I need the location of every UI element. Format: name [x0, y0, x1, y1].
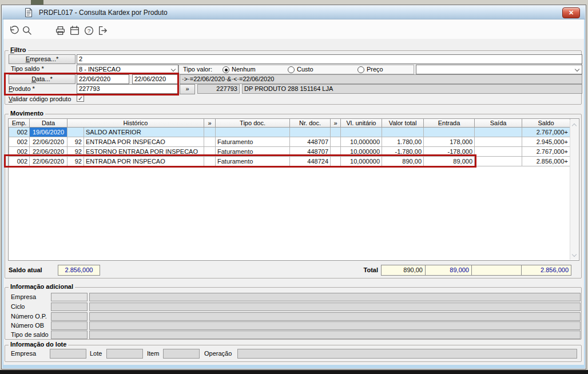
table-row[interactable]: 002 19/06/2020 SALDO ANTERIOR 2.767,000+: [9, 127, 570, 137]
cell-cod[interactable]: 92: [67, 146, 84, 156]
cell-emp[interactable]: 002: [9, 137, 30, 146]
cell-historico[interactable]: ESTORNO ENTRADA POR INSPECAO: [84, 146, 204, 156]
cell-valor-total[interactable]: 890,00: [382, 156, 424, 166]
cell-expand[interactable]: [331, 146, 341, 156]
cell-data[interactable]: 22/06/2020: [30, 156, 67, 166]
help-button[interactable]: ?: [83, 25, 95, 37]
cell-emp[interactable]: 002: [9, 146, 30, 156]
tipo-valor-combo[interactable]: [416, 65, 582, 74]
search-button[interactable]: [21, 25, 33, 37]
empresa-input[interactable]: 2: [77, 54, 582, 64]
cell-tipo-doc[interactable]: Faturamento: [216, 146, 290, 156]
cell-data[interactable]: 22/06/2020: [30, 137, 67, 146]
radio-custo[interactable]: [288, 66, 295, 73]
cell-emp[interactable]: 002: [9, 127, 30, 137]
data-button[interactable]: Data...*: [9, 74, 76, 84]
cell-saida[interactable]: [475, 146, 522, 156]
titlebar[interactable]: PRDFL017 - Consulta Kardex por Produto ✕: [2, 6, 585, 19]
data-final-input[interactable]: 22/06/2020: [132, 74, 178, 84]
cell-nr-doc[interactable]: 448707: [290, 137, 331, 146]
close-button[interactable]: ✕: [562, 7, 580, 18]
cell-historico[interactable]: ENTRADA POR INSPECAO: [84, 137, 204, 146]
col-data[interactable]: Data: [30, 119, 67, 127]
cell-cod[interactable]: [67, 127, 84, 137]
cell-saldo[interactable]: 2.856,000+: [522, 156, 570, 166]
cell-tipo-doc[interactable]: Faturamento: [216, 137, 290, 146]
validar-codigo-checkbox[interactable]: ✓: [77, 94, 84, 102]
col-valor-total[interactable]: Valor total: [382, 119, 424, 127]
movimento-table: Emp. Data Histórico » Tipo doc. Nr. doc.…: [9, 119, 570, 166]
col-entrada[interactable]: Entrada: [424, 119, 475, 127]
screen: { "window": { "title": "PRDFL017 - Consu…: [0, 0, 588, 374]
col-expand-1[interactable]: »: [204, 119, 216, 127]
cell-historico[interactable]: SALDO ANTERIOR: [84, 127, 204, 137]
cell-cod[interactable]: 92: [67, 137, 84, 146]
table-row[interactable]: 002 22/06/2020 92 ESTORNO ENTRADA POR IN…: [9, 146, 570, 156]
cell-entrada[interactable]: 89,000: [424, 156, 475, 166]
cell-tipo-doc[interactable]: [216, 127, 290, 137]
col-expand-2[interactable]: »: [331, 119, 341, 127]
col-saida[interactable]: Saída: [475, 119, 522, 127]
cell-emp[interactable]: 002: [9, 156, 30, 166]
cell-nr-doc[interactable]: 448707: [290, 146, 331, 156]
cell-expand[interactable]: [204, 137, 216, 146]
tipo-saldo-combo[interactable]: 8 - INSPECAO: [77, 65, 178, 74]
print-button[interactable]: [54, 25, 66, 37]
cell-saldo[interactable]: 2.945,000+: [522, 137, 570, 146]
vertical-scrollbar[interactable]: [570, 120, 578, 260]
cell-valor-total[interactable]: 1.780,00: [382, 137, 424, 146]
cell-valor-total[interactable]: [382, 127, 424, 137]
radio-nenhum[interactable]: [223, 66, 229, 73]
radio-nenhum-label: Nenhum: [232, 66, 256, 73]
cell-nr-doc[interactable]: 448724: [290, 156, 331, 166]
cell-saida[interactable]: [475, 137, 522, 146]
undo-button[interactable]: [8, 25, 20, 37]
cell-vl-unitario[interactable]: 10,000000: [341, 156, 382, 166]
total-valor-total-field: 890,00: [381, 265, 426, 276]
cell-expand[interactable]: [331, 156, 341, 166]
movimento-group: Movimento Emp. Data Histórico » Tipo doc…: [5, 114, 582, 278]
cell-historico[interactable]: ENTRADA POR INSPECAO: [84, 156, 204, 166]
exit-button[interactable]: [97, 25, 109, 37]
radio-preco[interactable]: [357, 66, 364, 73]
cell-nr-doc[interactable]: [290, 127, 331, 137]
col-saldo[interactable]: Saldo: [522, 119, 570, 127]
empresa-button[interactable]: Empresa...*: [9, 54, 76, 64]
cell-expand[interactable]: [204, 127, 216, 137]
cell-saida[interactable]: [475, 127, 522, 137]
cell-saldo[interactable]: 2.767,000+: [522, 146, 570, 156]
cell-entrada[interactable]: -178,000: [424, 146, 475, 156]
cell-saida[interactable]: [475, 156, 522, 166]
cell-cod[interactable]: 92: [67, 156, 84, 166]
cell-vl-unitario[interactable]: 10,000000: [341, 146, 382, 156]
scroll-up-icon[interactable]: [572, 124, 577, 128]
calendar-button[interactable]: [69, 25, 81, 37]
info-numero-ob-label: Número OB: [11, 322, 44, 329]
calendar-icon: [69, 25, 81, 37]
col-tipo-doc[interactable]: Tipo doc.: [216, 119, 290, 127]
col-vl-unitario[interactable]: Vl. unitário: [341, 119, 382, 127]
data-inicial-input[interactable]: 22/06/2020: [77, 74, 129, 84]
cell-saldo[interactable]: 2.767,000+: [522, 127, 570, 137]
produto-input[interactable]: 227793: [77, 84, 178, 94]
cell-entrada[interactable]: [424, 127, 475, 137]
cell-tipo-doc[interactable]: Faturamento: [216, 156, 290, 166]
cell-expand[interactable]: [331, 127, 341, 137]
scroll-down-icon[interactable]: [572, 252, 577, 257]
cell-entrada[interactable]: 178,000: [424, 137, 475, 146]
cell-data[interactable]: 22/06/2020: [30, 146, 67, 156]
cell-expand[interactable]: [204, 156, 216, 166]
col-nr-doc[interactable]: Nr. doc.: [290, 119, 331, 127]
cell-vl-unitario[interactable]: [341, 127, 382, 137]
cell-valor-total[interactable]: -1.780,00: [382, 146, 424, 156]
col-historico[interactable]: Histórico: [67, 119, 204, 127]
cell-data-selected[interactable]: 19/06/2020: [30, 127, 67, 137]
total-label: Total: [346, 266, 378, 273]
produto-lookup-button[interactable]: »: [180, 84, 195, 94]
table-row-highlighted[interactable]: 002 22/06/2020 92 ENTRADA POR INSPECAO F…: [9, 156, 570, 166]
cell-vl-unitario[interactable]: 10,000000: [341, 137, 382, 146]
table-row[interactable]: 002 22/06/2020 92 ENTRADA POR INSPECAO F…: [9, 137, 570, 146]
cell-expand[interactable]: [204, 146, 216, 156]
cell-expand[interactable]: [331, 137, 341, 146]
col-emp[interactable]: Emp.: [9, 119, 30, 127]
